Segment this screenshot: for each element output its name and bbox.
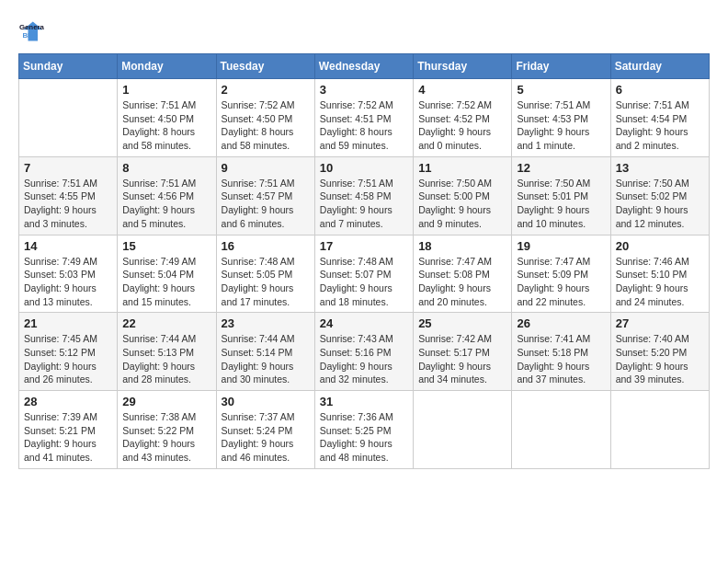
day-cell: 4Sunrise: 7:52 AMSunset: 4:52 PMDaylight… [414, 79, 512, 157]
day-cell: 11Sunrise: 7:50 AMSunset: 5:00 PMDayligh… [414, 156, 512, 235]
day-cell: 2Sunrise: 7:52 AMSunset: 4:50 PMDaylight… [216, 79, 314, 157]
day-number: 29 [122, 395, 210, 408]
svg-text:Blue: Blue [22, 31, 39, 40]
day-info: Sunrise: 7:52 AMSunset: 4:52 PMDaylight:… [418, 98, 506, 153]
day-number: 19 [517, 239, 605, 253]
day-number: 9 [222, 161, 310, 175]
day-number: 2 [222, 83, 310, 97]
day-number: 16 [222, 239, 310, 253]
col-header-saturday: Saturday [610, 54, 709, 79]
day-info: Sunrise: 7:38 AMSunset: 5:22 PMDaylight:… [122, 410, 210, 465]
col-header-tuesday: Tuesday [216, 54, 314, 79]
day-info: Sunrise: 7:47 AMSunset: 5:08 PMDaylight:… [418, 255, 506, 309]
day-cell: 19Sunrise: 7:47 AMSunset: 5:09 PMDayligh… [512, 235, 610, 313]
day-info: Sunrise: 7:50 AMSunset: 5:00 PMDaylight:… [418, 177, 506, 231]
week-row-3: 14Sunrise: 7:49 AMSunset: 5:03 PMDayligh… [19, 235, 710, 313]
day-cell: 10Sunrise: 7:51 AMSunset: 4:58 PMDayligh… [314, 156, 413, 235]
day-info: Sunrise: 7:50 AMSunset: 5:02 PMDaylight:… [616, 177, 704, 231]
day-number: 11 [418, 161, 506, 175]
day-info: Sunrise: 7:51 AMSunset: 4:50 PMDaylight:… [122, 98, 210, 153]
day-cell [512, 391, 610, 469]
day-number: 31 [320, 395, 408, 408]
day-cell [414, 391, 512, 469]
day-info: Sunrise: 7:45 AMSunset: 5:12 PMDaylight:… [24, 332, 112, 386]
day-number: 22 [122, 316, 210, 330]
day-info: Sunrise: 7:40 AMSunset: 5:20 PMDaylight:… [616, 332, 704, 386]
day-number: 10 [320, 161, 408, 175]
day-info: Sunrise: 7:47 AMSunset: 5:09 PMDaylight:… [517, 255, 605, 309]
week-row-1: 1Sunrise: 7:51 AMSunset: 4:50 PMDaylight… [19, 79, 710, 157]
day-cell: 15Sunrise: 7:49 AMSunset: 5:04 PMDayligh… [118, 235, 216, 313]
day-info: Sunrise: 7:49 AMSunset: 5:04 PMDaylight:… [122, 255, 210, 309]
svg-text:General: General [19, 23, 44, 31]
day-cell: 9Sunrise: 7:51 AMSunset: 4:57 PMDaylight… [216, 156, 314, 235]
calendar-table: SundayMondayTuesdayWednesdayThursdayFrid… [18, 53, 710, 469]
day-cell: 12Sunrise: 7:50 AMSunset: 5:01 PMDayligh… [512, 156, 610, 235]
day-info: Sunrise: 7:51 AMSunset: 4:55 PMDaylight:… [24, 177, 112, 231]
day-cell: 1Sunrise: 7:51 AMSunset: 4:50 PMDaylight… [118, 79, 216, 157]
day-info: Sunrise: 7:39 AMSunset: 5:21 PMDaylight:… [24, 410, 112, 465]
day-cell: 16Sunrise: 7:48 AMSunset: 5:05 PMDayligh… [216, 235, 314, 313]
day-number: 6 [616, 83, 704, 97]
day-cell: 23Sunrise: 7:44 AMSunset: 5:14 PMDayligh… [216, 313, 314, 391]
day-cell: 29Sunrise: 7:38 AMSunset: 5:22 PMDayligh… [118, 391, 216, 469]
day-number: 25 [418, 316, 506, 330]
day-cell: 13Sunrise: 7:50 AMSunset: 5:02 PMDayligh… [610, 156, 709, 235]
day-number: 4 [418, 83, 506, 97]
day-cell: 26Sunrise: 7:41 AMSunset: 5:18 PMDayligh… [512, 313, 610, 391]
logo: General Blue [18, 18, 48, 44]
day-info: Sunrise: 7:44 AMSunset: 5:14 PMDaylight:… [222, 332, 310, 386]
day-info: Sunrise: 7:44 AMSunset: 5:13 PMDaylight:… [122, 332, 210, 386]
day-cell: 21Sunrise: 7:45 AMSunset: 5:12 PMDayligh… [19, 313, 118, 391]
day-info: Sunrise: 7:43 AMSunset: 5:16 PMDaylight:… [320, 332, 408, 386]
calendar-header-row: SundayMondayTuesdayWednesdayThursdayFrid… [19, 54, 710, 79]
day-cell: 18Sunrise: 7:47 AMSunset: 5:08 PMDayligh… [414, 235, 512, 313]
day-cell: 25Sunrise: 7:42 AMSunset: 5:17 PMDayligh… [414, 313, 512, 391]
col-header-sunday: Sunday [19, 54, 118, 79]
day-number: 14 [24, 239, 112, 253]
day-number: 26 [517, 316, 605, 330]
day-number: 1 [122, 83, 210, 97]
calendar-body: 1Sunrise: 7:51 AMSunset: 4:50 PMDaylight… [19, 79, 710, 469]
col-header-wednesday: Wednesday [314, 54, 413, 79]
day-number: 8 [122, 161, 210, 175]
day-info: Sunrise: 7:37 AMSunset: 5:24 PMDaylight:… [222, 410, 310, 465]
day-number: 7 [24, 161, 112, 175]
day-number: 24 [320, 316, 408, 330]
day-number: 27 [616, 316, 704, 330]
day-number: 18 [418, 239, 506, 253]
day-cell: 6Sunrise: 7:51 AMSunset: 4:54 PMDaylight… [610, 79, 709, 157]
day-cell: 22Sunrise: 7:44 AMSunset: 5:13 PMDayligh… [118, 313, 216, 391]
day-cell: 24Sunrise: 7:43 AMSunset: 5:16 PMDayligh… [314, 313, 413, 391]
week-row-2: 7Sunrise: 7:51 AMSunset: 4:55 PMDaylight… [19, 156, 710, 235]
day-cell [19, 79, 118, 157]
day-info: Sunrise: 7:51 AMSunset: 4:56 PMDaylight:… [122, 177, 210, 231]
day-info: Sunrise: 7:50 AMSunset: 5:01 PMDaylight:… [517, 177, 605, 231]
day-cell: 7Sunrise: 7:51 AMSunset: 4:55 PMDaylight… [19, 156, 118, 235]
day-info: Sunrise: 7:51 AMSunset: 4:54 PMDaylight:… [616, 98, 704, 153]
logo-icon: General Blue [18, 18, 44, 44]
day-cell: 17Sunrise: 7:48 AMSunset: 5:07 PMDayligh… [314, 235, 413, 313]
day-number: 30 [222, 395, 310, 408]
day-info: Sunrise: 7:49 AMSunset: 5:03 PMDaylight:… [24, 255, 112, 309]
week-row-5: 28Sunrise: 7:39 AMSunset: 5:21 PMDayligh… [19, 391, 710, 469]
day-info: Sunrise: 7:42 AMSunset: 5:17 PMDaylight:… [418, 332, 506, 386]
day-info: Sunrise: 7:41 AMSunset: 5:18 PMDaylight:… [517, 332, 605, 386]
day-number: 5 [517, 83, 605, 97]
day-number: 17 [320, 239, 408, 253]
col-header-thursday: Thursday [414, 54, 512, 79]
week-row-4: 21Sunrise: 7:45 AMSunset: 5:12 PMDayligh… [19, 313, 710, 391]
day-number: 23 [222, 316, 310, 330]
day-info: Sunrise: 7:51 AMSunset: 4:53 PMDaylight:… [517, 98, 605, 153]
day-cell: 30Sunrise: 7:37 AMSunset: 5:24 PMDayligh… [216, 391, 314, 469]
day-cell: 28Sunrise: 7:39 AMSunset: 5:21 PMDayligh… [19, 391, 118, 469]
day-number: 15 [122, 239, 210, 253]
day-number: 28 [24, 395, 112, 408]
day-cell: 27Sunrise: 7:40 AMSunset: 5:20 PMDayligh… [610, 313, 709, 391]
day-info: Sunrise: 7:46 AMSunset: 5:10 PMDaylight:… [616, 255, 704, 309]
day-number: 21 [24, 316, 112, 330]
day-info: Sunrise: 7:52 AMSunset: 4:51 PMDaylight:… [320, 98, 408, 153]
day-info: Sunrise: 7:51 AMSunset: 4:58 PMDaylight:… [320, 177, 408, 231]
col-header-monday: Monday [118, 54, 216, 79]
day-info: Sunrise: 7:48 AMSunset: 5:07 PMDaylight:… [320, 255, 408, 309]
